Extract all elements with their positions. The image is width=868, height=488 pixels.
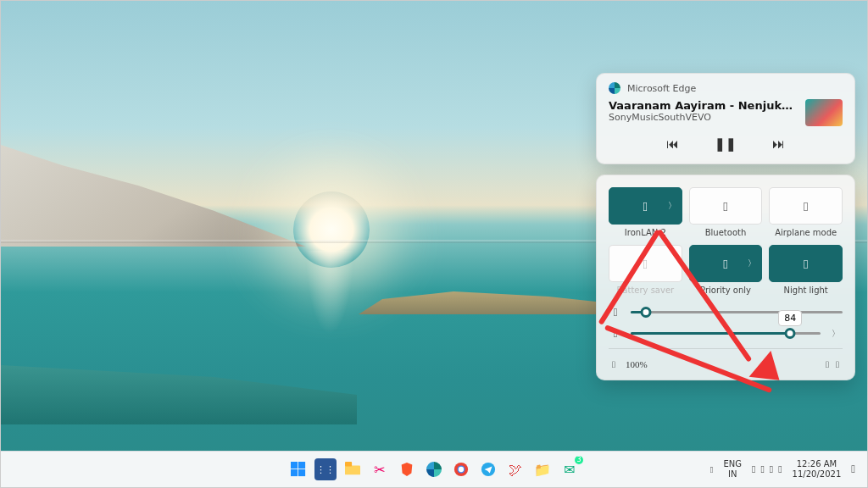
- tile-airplane[interactable]: : [769, 187, 843, 225]
- battery-text[interactable]: 100%: [622, 356, 651, 373]
- media-thumbnail: [805, 99, 843, 126]
- taskbar-edge[interactable]: [423, 458, 445, 480]
- taskbar-app[interactable]: ⋮⋮: [314, 458, 337, 480]
- taskbar-app2[interactable]: 🕊: [504, 458, 526, 480]
- tray-icon-1[interactable]: : [760, 463, 764, 475]
- tray-icon-2[interactable]: : [770, 463, 773, 475]
- taskbar-pinned-apps: ⋮⋮ ✂ 🕊 📁 ✉3: [287, 458, 581, 480]
- wallpaper-reflection: [296, 251, 364, 369]
- svg-rect-5: [345, 462, 352, 466]
- media-miniplayer: Microsoft Edge Vaaranam Aayiram - Nenjuk…: [596, 73, 855, 164]
- volume-tooltip: 84: [778, 310, 802, 326]
- taskbar-telegram[interactable]: [477, 458, 499, 480]
- svg-rect-1: [298, 462, 305, 469]
- tray-icon-0[interactable]: : [752, 463, 755, 475]
- svg-rect-0: [291, 462, 298, 469]
- wallpaper-foreground-shore: [1, 365, 357, 424]
- tile-wifi-label: IronLAN 2: [609, 228, 682, 238]
- start-button[interactable]: [287, 458, 309, 480]
- volume-track[interactable]: 84: [631, 332, 821, 335]
- tile-night-light-label: Night light: [769, 286, 843, 296]
- volume-flyout-chevron[interactable]: 〉: [829, 328, 843, 340]
- tile-airplane-label: Airplane mode: [769, 228, 843, 238]
- taskbar-language[interactable]: ENG IN: [723, 459, 742, 480]
- tile-wifi-chevron[interactable]: 〉: [668, 200, 676, 212]
- media-playpause-button[interactable]: ❚❚: [715, 136, 737, 152]
- taskbar-app3[interactable]: 📁: [531, 458, 554, 480]
- tile-wifi[interactable]: 〉: [609, 187, 682, 225]
- svg-rect-2: [291, 469, 298, 476]
- brightness-slider[interactable]: : [609, 306, 843, 319]
- taskbar-file-explorer[interactable]: [342, 458, 364, 480]
- svg-rect-4: [345, 466, 360, 475]
- edge-icon: [609, 82, 620, 94]
- quick-settings-grid: 〉IronLAN 2BluetoothAirplane modeBatt…: [609, 187, 843, 296]
- media-prev-button[interactable]: ⏮: [666, 136, 679, 152]
- taskbar-chevron-up[interactable]: : [710, 465, 714, 474]
- svg-rect-3: [298, 469, 305, 476]
- taskbar-system-tray[interactable]: : [752, 463, 782, 475]
- media-next-button[interactable]: ⏭: [772, 136, 785, 152]
- svg-point-8: [459, 467, 464, 472]
- tile-night-light[interactable]: : [769, 245, 843, 282]
- taskbar: ⋮⋮ ✂ 🕊 📁 ✉3  ENG IN  12:26 AM 11/20…: [1, 451, 867, 487]
- media-artist: SonyMusicSouthVEVO: [609, 112, 798, 123]
- taskbar-brave[interactable]: [396, 458, 418, 480]
- battery-icon[interactable]: : [609, 356, 619, 373]
- tile-focus[interactable]: 〉: [689, 245, 763, 282]
- taskbar-notifications-icon[interactable]: : [851, 463, 855, 476]
- taskbar-chrome[interactable]: [450, 458, 472, 480]
- open-settings-button[interactable]: : [832, 356, 843, 373]
- tile-bluetooth[interactable]: : [689, 187, 763, 225]
- media-title: Vaaranam Aayiram - Nenjukkul Peid…: [609, 99, 798, 112]
- desktop: Microsoft Edge Vaaranam Aayiram - Nenjuk…: [0, 0, 868, 488]
- brightness-track[interactable]: [631, 311, 843, 313]
- brightness-thumb[interactable]: [640, 307, 651, 318]
- taskbar-mail[interactable]: ✉3: [559, 458, 581, 480]
- quick-settings-panel: 〉IronLAN 2BluetoothAirplane modeBatt…: [596, 175, 855, 380]
- wallpaper-shore: [359, 289, 596, 314]
- edit-quick-settings-button[interactable]: : [822, 356, 832, 373]
- volume-thumb[interactable]: [785, 328, 796, 339]
- tile-bluetooth-label: Bluetooth: [689, 228, 763, 238]
- taskbar-clock[interactable]: 12:26 AM 11/20/2021: [793, 459, 842, 480]
- taskbar-snip[interactable]: ✂: [369, 458, 391, 480]
- tray-icon-3[interactable]: : [778, 463, 782, 475]
- tile-focus-chevron[interactable]: 〉: [748, 258, 756, 269]
- media-app-name: Microsoft Edge: [627, 83, 696, 94]
- wallpaper-mountain: [1, 145, 306, 247]
- media-source: Microsoft Edge: [609, 82, 843, 94]
